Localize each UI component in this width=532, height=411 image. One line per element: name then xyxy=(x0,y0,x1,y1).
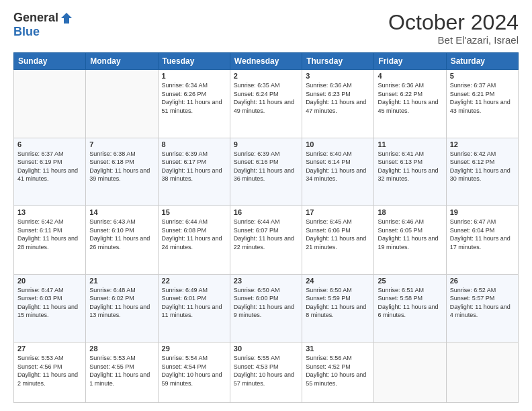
calendar-day: 4Sunrise: 6:36 AM Sunset: 6:22 PM Daylig… xyxy=(374,70,446,138)
day-info: Sunrise: 6:35 AM Sunset: 6:24 PM Dayligh… xyxy=(234,81,298,115)
day-info: Sunrise: 6:37 AM Sunset: 6:21 PM Dayligh… xyxy=(450,81,515,115)
day-number: 15 xyxy=(162,208,226,216)
day-info: Sunrise: 6:52 AM Sunset: 5:57 PM Dayligh… xyxy=(450,286,515,320)
calendar-day: 19Sunrise: 6:47 AM Sunset: 6:04 PM Dayli… xyxy=(446,206,518,274)
day-number: 18 xyxy=(378,208,442,216)
calendar-day: 29Sunrise: 5:54 AM Sunset: 4:54 PM Dayli… xyxy=(158,342,230,403)
calendar-week-row: 27Sunrise: 5:53 AM Sunset: 4:56 PM Dayli… xyxy=(14,342,519,403)
day-number: 20 xyxy=(17,277,82,285)
calendar-day xyxy=(86,70,158,138)
day-number: 25 xyxy=(378,277,442,285)
calendar-day: 21Sunrise: 6:48 AM Sunset: 6:02 PM Dayli… xyxy=(86,274,158,342)
day-number: 12 xyxy=(450,140,515,148)
svg-marker-0 xyxy=(61,13,72,24)
calendar-header-tuesday: Tuesday xyxy=(158,53,230,70)
day-info: Sunrise: 6:47 AM Sunset: 6:04 PM Dayligh… xyxy=(450,218,515,251)
day-info: Sunrise: 6:36 AM Sunset: 6:23 PM Dayligh… xyxy=(306,81,370,115)
calendar-day: 1Sunrise: 6:34 AM Sunset: 6:26 PM Daylig… xyxy=(158,70,230,138)
calendar-day: 20Sunrise: 6:47 AM Sunset: 6:03 PM Dayli… xyxy=(14,274,86,342)
day-info: Sunrise: 6:45 AM Sunset: 6:06 PM Dayligh… xyxy=(306,218,370,251)
day-number: 13 xyxy=(17,208,82,216)
day-info: Sunrise: 6:46 AM Sunset: 6:05 PM Dayligh… xyxy=(378,218,442,251)
calendar-day: 30Sunrise: 5:55 AM Sunset: 4:53 PM Dayli… xyxy=(230,342,302,403)
day-info: Sunrise: 6:48 AM Sunset: 6:02 PM Dayligh… xyxy=(89,286,154,320)
day-number: 28 xyxy=(89,345,154,353)
day-number: 1 xyxy=(162,72,226,80)
day-info: Sunrise: 6:43 AM Sunset: 6:10 PM Dayligh… xyxy=(89,218,154,251)
calendar-day: 3Sunrise: 6:36 AM Sunset: 6:23 PM Daylig… xyxy=(302,70,374,138)
day-number: 5 xyxy=(450,72,515,80)
calendar-header-sunday: Sunday xyxy=(14,53,86,70)
title-block: October 2024 Bet El'azari, Israel xyxy=(388,11,519,46)
calendar-day: 25Sunrise: 6:51 AM Sunset: 5:58 PM Dayli… xyxy=(374,274,446,342)
calendar-day: 8Sunrise: 6:39 AM Sunset: 6:17 PM Daylig… xyxy=(158,138,230,205)
day-number: 21 xyxy=(89,277,154,285)
day-number: 2 xyxy=(234,72,298,80)
calendar-day: 10Sunrise: 6:40 AM Sunset: 6:14 PM Dayli… xyxy=(302,138,374,205)
day-number: 10 xyxy=(306,140,370,148)
day-info: Sunrise: 6:42 AM Sunset: 6:12 PM Dayligh… xyxy=(450,150,515,183)
calendar-day: 14Sunrise: 6:43 AM Sunset: 6:10 PM Dayli… xyxy=(86,206,158,274)
logo-icon xyxy=(60,11,73,25)
day-number: 26 xyxy=(450,277,515,285)
day-info: Sunrise: 6:44 AM Sunset: 6:08 PM Dayligh… xyxy=(162,218,226,251)
calendar-day: 16Sunrise: 6:44 AM Sunset: 6:07 PM Dayli… xyxy=(230,206,302,274)
day-number: 8 xyxy=(162,140,226,148)
calendar-day: 15Sunrise: 6:44 AM Sunset: 6:08 PM Dayli… xyxy=(158,206,230,274)
day-info: Sunrise: 6:34 AM Sunset: 6:26 PM Dayligh… xyxy=(162,81,226,115)
day-number: 11 xyxy=(378,140,442,148)
calendar-day: 26Sunrise: 6:52 AM Sunset: 5:57 PM Dayli… xyxy=(446,274,518,342)
day-info: Sunrise: 6:40 AM Sunset: 6:14 PM Dayligh… xyxy=(306,150,370,183)
calendar-week-row: 1Sunrise: 6:34 AM Sunset: 6:26 PM Daylig… xyxy=(14,70,519,138)
calendar-day: 13Sunrise: 6:42 AM Sunset: 6:11 PM Dayli… xyxy=(14,206,86,274)
day-number: 23 xyxy=(234,277,298,285)
day-number: 31 xyxy=(306,345,370,353)
day-info: Sunrise: 6:41 AM Sunset: 6:13 PM Dayligh… xyxy=(378,150,442,183)
calendar-week-row: 20Sunrise: 6:47 AM Sunset: 6:03 PM Dayli… xyxy=(14,274,519,342)
day-number: 6 xyxy=(17,140,82,148)
calendar-header-friday: Friday xyxy=(374,53,446,70)
day-number: 24 xyxy=(306,277,370,285)
calendar-day: 6Sunrise: 6:37 AM Sunset: 6:19 PM Daylig… xyxy=(14,138,86,205)
day-number: 29 xyxy=(162,345,226,353)
day-number: 19 xyxy=(450,208,515,216)
page: General Blue October 2024 Bet El'azari, … xyxy=(0,0,532,411)
calendar-day: 12Sunrise: 6:42 AM Sunset: 6:12 PM Dayli… xyxy=(446,138,518,205)
day-info: Sunrise: 6:44 AM Sunset: 6:07 PM Dayligh… xyxy=(234,218,298,251)
day-info: Sunrise: 6:37 AM Sunset: 6:19 PM Dayligh… xyxy=(17,150,82,183)
day-number: 27 xyxy=(17,345,82,353)
calendar-day: 2Sunrise: 6:35 AM Sunset: 6:24 PM Daylig… xyxy=(230,70,302,138)
calendar-header-row: SundayMondayTuesdayWednesdayThursdayFrid… xyxy=(14,53,519,70)
day-number: 16 xyxy=(234,208,298,216)
day-info: Sunrise: 6:39 AM Sunset: 6:17 PM Dayligh… xyxy=(162,150,226,183)
day-number: 4 xyxy=(378,72,442,80)
calendar-header-saturday: Saturday xyxy=(446,53,518,70)
calendar-day xyxy=(446,342,518,403)
day-info: Sunrise: 6:38 AM Sunset: 6:18 PM Dayligh… xyxy=(89,150,154,183)
calendar-header-wednesday: Wednesday xyxy=(230,53,302,70)
calendar-week-row: 6Sunrise: 6:37 AM Sunset: 6:19 PM Daylig… xyxy=(14,138,519,205)
day-info: Sunrise: 5:53 AM Sunset: 4:56 PM Dayligh… xyxy=(17,354,82,387)
day-info: Sunrise: 5:54 AM Sunset: 4:54 PM Dayligh… xyxy=(162,354,226,387)
calendar-day: 11Sunrise: 6:41 AM Sunset: 6:13 PM Dayli… xyxy=(374,138,446,205)
day-info: Sunrise: 6:36 AM Sunset: 6:22 PM Dayligh… xyxy=(378,81,442,115)
day-info: Sunrise: 6:49 AM Sunset: 6:01 PM Dayligh… xyxy=(162,286,226,320)
day-number: 3 xyxy=(306,72,370,80)
day-number: 9 xyxy=(234,140,298,148)
day-number: 14 xyxy=(89,208,154,216)
calendar-day: 22Sunrise: 6:49 AM Sunset: 6:01 PM Dayli… xyxy=(158,274,230,342)
day-info: Sunrise: 6:50 AM Sunset: 6:00 PM Dayligh… xyxy=(234,286,298,320)
day-info: Sunrise: 6:51 AM Sunset: 5:58 PM Dayligh… xyxy=(378,286,442,320)
day-info: Sunrise: 6:47 AM Sunset: 6:03 PM Dayligh… xyxy=(17,286,82,320)
calendar-day: 23Sunrise: 6:50 AM Sunset: 6:00 PM Dayli… xyxy=(230,274,302,342)
calendar: SundayMondayTuesdayWednesdayThursdayFrid… xyxy=(13,52,519,403)
calendar-day: 17Sunrise: 6:45 AM Sunset: 6:06 PM Dayli… xyxy=(302,206,374,274)
day-info: Sunrise: 6:39 AM Sunset: 6:16 PM Dayligh… xyxy=(234,150,298,183)
calendar-header-monday: Monday xyxy=(86,53,158,70)
day-number: 17 xyxy=(306,208,370,216)
calendar-day: 9Sunrise: 6:39 AM Sunset: 6:16 PM Daylig… xyxy=(230,138,302,205)
calendar-day: 5Sunrise: 6:37 AM Sunset: 6:21 PM Daylig… xyxy=(446,70,518,138)
calendar-day: 18Sunrise: 6:46 AM Sunset: 6:05 PM Dayli… xyxy=(374,206,446,274)
calendar-day: 28Sunrise: 5:53 AM Sunset: 4:55 PM Dayli… xyxy=(86,342,158,403)
logo-blue-text: Blue xyxy=(13,25,40,39)
